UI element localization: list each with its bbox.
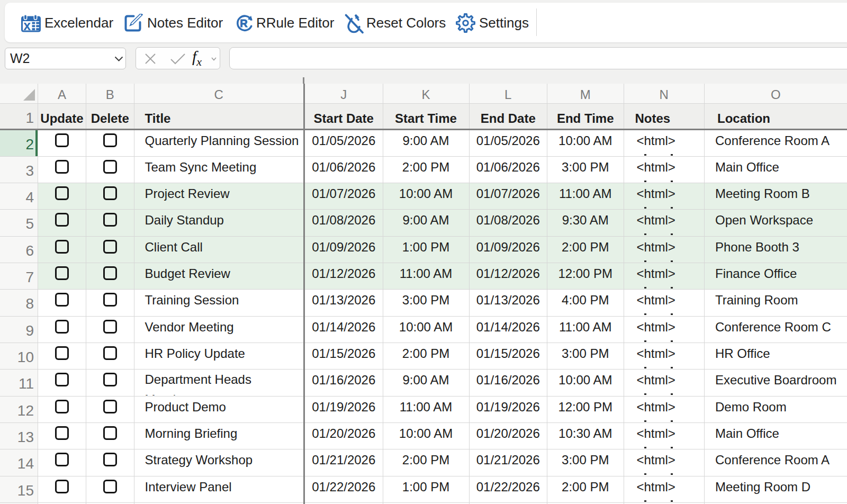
svg-text:R: R [240, 17, 248, 29]
svg-text:x: x [23, 18, 31, 32]
